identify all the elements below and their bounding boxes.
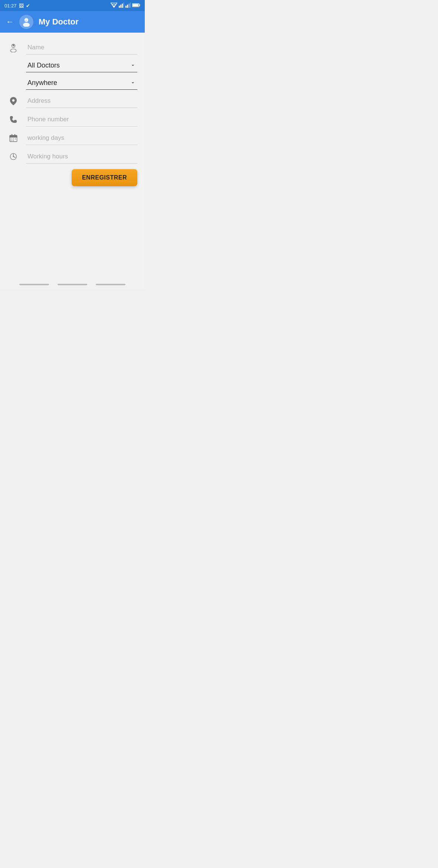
calendar-icon: [6, 131, 21, 145]
doctor-icon: +: [6, 40, 21, 55]
address-row: [6, 93, 137, 108]
location-type-select[interactable]: Anywhere Nearby City Region: [26, 76, 137, 90]
status-bar: 01:27 🖼 ✔: [0, 0, 145, 11]
wifi-icon: [111, 3, 117, 9]
phone-row: [6, 112, 137, 127]
phone-icon: [6, 112, 21, 127]
time-display: 01:27: [4, 3, 17, 9]
svg-rect-4: [125, 6, 127, 8]
svg-rect-6: [128, 3, 130, 7]
button-row: ENREGISTRER: [6, 169, 137, 186]
signal-icon-1: [119, 3, 124, 9]
signal-icon-2: [125, 3, 131, 9]
svg-point-12: [23, 23, 30, 27]
svg-rect-10: [133, 4, 138, 6]
svg-rect-1: [120, 4, 121, 7]
svg-rect-27: [13, 138, 14, 139]
working-days-input[interactable]: [26, 131, 137, 145]
bottom-nav-bar: [0, 280, 145, 289]
working-days-row: [6, 131, 137, 145]
svg-rect-29: [10, 140, 12, 141]
status-left: 01:27 🖼 ✔: [4, 3, 30, 9]
phone-input[interactable]: [26, 113, 137, 126]
svg-rect-26: [10, 138, 12, 139]
doctor-type-row: All Doctors General Practitioner Cardiol…: [26, 59, 137, 72]
svg-rect-9: [139, 4, 140, 6]
bottom-pill-2: [58, 284, 87, 285]
working-hours-row: [6, 149, 137, 164]
svg-rect-7: [130, 3, 131, 8]
svg-rect-5: [127, 4, 128, 7]
svg-point-17: [11, 49, 16, 52]
svg-rect-24: [12, 134, 13, 136]
svg-rect-0: [119, 6, 120, 8]
svg-rect-25: [14, 134, 16, 136]
bottom-pill-1: [19, 284, 49, 285]
address-input[interactable]: [26, 94, 137, 108]
check-icon: ✔: [26, 3, 30, 9]
form-content: + All Doctors General Practitioner Cardi…: [0, 33, 145, 280]
name-input[interactable]: [26, 41, 137, 55]
svg-text:+: +: [25, 19, 27, 22]
svg-rect-28: [15, 138, 16, 139]
location-icon: [6, 93, 21, 108]
clock-icon: [6, 149, 21, 164]
app-title: My Doctor: [39, 17, 79, 27]
working-hours-input[interactable]: [26, 150, 137, 164]
app-bar: ← + My Doctor: [0, 11, 145, 33]
svg-rect-3: [124, 3, 124, 8]
svg-point-35: [13, 156, 14, 157]
image-icon: 🖼: [19, 3, 24, 9]
svg-text:+: +: [12, 45, 13, 47]
bottom-pill-3: [96, 284, 125, 285]
battery-icon: [132, 3, 140, 9]
svg-rect-2: [122, 3, 123, 7]
name-row: +: [6, 40, 137, 55]
svg-point-20: [12, 99, 15, 102]
enregistrer-button[interactable]: ENREGISTRER: [72, 169, 137, 186]
location-type-row: Anywhere Nearby City Region: [26, 76, 137, 90]
status-right: [111, 3, 140, 9]
doctor-type-select[interactable]: All Doctors General Practitioner Cardiol…: [26, 59, 137, 72]
svg-rect-30: [13, 140, 14, 141]
back-button[interactable]: ←: [6, 17, 14, 27]
doctor-app-icon: +: [19, 15, 33, 29]
